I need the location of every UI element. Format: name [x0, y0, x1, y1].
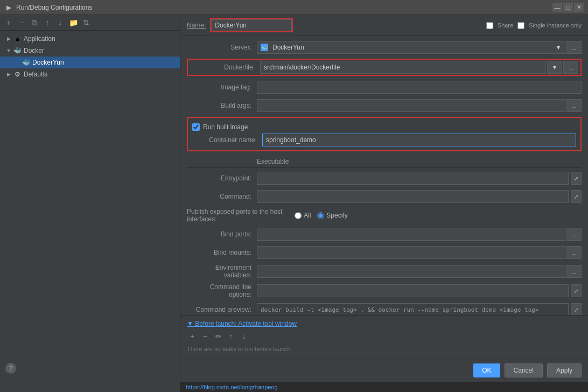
command-input[interactable]	[257, 190, 569, 203]
cmd-options-label: Command line options:	[187, 283, 257, 298]
remove-config-button[interactable]: −	[16, 17, 27, 28]
radio-all-label: All	[304, 212, 311, 219]
maximize-button[interactable]: □	[563, 3, 573, 12]
share-checkbox[interactable]	[486, 22, 493, 29]
before-launch-up-button[interactable]: ↑	[226, 331, 236, 341]
server-dropdown[interactable]: 🐳 DockerYun ▼	[257, 41, 565, 54]
url-bar: https://blog.csdn.net/longzhanpeng	[180, 382, 588, 392]
scrollable-form: Server: 🐳 DockerYun ▼ … Dockerfile:	[180, 36, 588, 315]
tree-item-label: Application	[24, 35, 55, 43]
server-value: DockerYun	[272, 44, 304, 51]
entrypoint-input[interactable]	[257, 172, 569, 185]
radio-specify[interactable]: Specify	[317, 212, 347, 219]
command-input-group: ⤢	[257, 190, 582, 203]
before-launch-title[interactable]: ▼ Before launch: Activate tool window	[187, 320, 297, 327]
cmd-preview-input-group: ⤢	[257, 303, 582, 315]
radio-specify-label: Specify	[326, 212, 347, 219]
before-launch-edit-button[interactable]: ✏	[213, 331, 223, 341]
cmd-options-row: Command line options: ⤢	[187, 283, 582, 298]
env-vars-input[interactable]	[257, 265, 565, 278]
sort-button[interactable]: ⇅	[81, 17, 92, 28]
title-bar: ▶ Run/Debug Configurations — □ ✕	[0, 0, 588, 15]
env-vars-input-group: …	[257, 265, 582, 278]
dockerfile-input-group: ▼ …	[260, 61, 578, 74]
window-controls[interactable]: — □ ✕	[552, 3, 584, 12]
cancel-button[interactable]: Cancel	[505, 363, 543, 377]
server-more-button[interactable]: …	[566, 41, 582, 54]
radio-specify-input[interactable]	[317, 212, 324, 219]
name-input-highlighted	[210, 18, 293, 32]
tree-item-application[interactable]: ▶ 📱 Application	[0, 33, 180, 45]
window-title: Run/Debug Configurations	[16, 4, 552, 11]
bind-ports-row: Bind ports: …	[187, 227, 582, 241]
move-up-button[interactable]: ↑	[42, 17, 53, 28]
entrypoint-row: Entrypoint: ⤢	[187, 171, 582, 185]
cmd-preview-input	[257, 303, 569, 315]
name-input[interactable]	[211, 19, 292, 31]
bind-mounts-row: Bind mounts: …	[187, 246, 582, 260]
cmd-options-expand-button[interactable]: ⤢	[571, 284, 582, 297]
bind-mounts-input[interactable]	[257, 246, 565, 259]
image-tag-label: Image tag:	[187, 83, 257, 91]
tree-item-docker[interactable]: ▼ 🐳 Docker	[0, 45, 180, 57]
build-args-more-button[interactable]: …	[566, 99, 582, 112]
sidebar-toolbar: + − ⧉ ↑ ↓ 📁 ⇅	[0, 15, 180, 31]
tree-item-label: Docker	[24, 47, 44, 54]
defaults-icon: ⚙	[13, 70, 22, 79]
dockerfile-input[interactable]	[260, 61, 546, 74]
build-args-label: Build args:	[187, 102, 257, 109]
app-icon: ▶	[4, 3, 13, 12]
before-launch-down-button[interactable]: ↓	[239, 331, 249, 341]
cmd-preview-expand-button[interactable]: ⤢	[571, 303, 582, 315]
bind-ports-more-button[interactable]: …	[566, 228, 582, 241]
bind-mounts-label: Bind mounts:	[187, 249, 257, 256]
publish-ports-label: Publish exposed ports to the host interf…	[187, 208, 295, 223]
cmd-options-input[interactable]	[257, 284, 569, 297]
dockerfile-dropdown-button[interactable]: ▼	[547, 61, 562, 74]
build-args-input[interactable]	[257, 99, 565, 112]
run-built-image-label: Run built image	[203, 123, 248, 131]
image-tag-row: Image tag:	[187, 80, 582, 94]
cmd-preview-row: Command preview: ⤢	[187, 303, 582, 315]
build-args-input-group: …	[257, 99, 582, 112]
dockerfile-highlighted-section: Dockerfile: ▼ …	[187, 59, 582, 76]
bind-mounts-more-button[interactable]: …	[566, 246, 582, 259]
image-tag-input[interactable]	[257, 81, 582, 94]
application-icon: 📱	[13, 34, 22, 43]
tree-item-dockeryun[interactable]: 🐳 DockerYun	[0, 57, 180, 68]
bind-ports-input[interactable]	[257, 228, 565, 241]
build-args-row: Build args: …	[187, 99, 582, 113]
copy-config-button[interactable]: ⧉	[29, 17, 40, 28]
run-built-image-checkbox[interactable]	[192, 123, 200, 131]
env-vars-row: Environment variables: …	[187, 264, 582, 279]
radio-group: All Specify	[295, 212, 348, 219]
docker-icon: 🐳	[13, 46, 22, 55]
server-label: Server:	[187, 44, 257, 51]
move-down-button[interactable]: ↓	[55, 17, 66, 28]
dockerfile-more-button[interactable]: …	[563, 61, 578, 74]
radio-all-input[interactable]	[295, 212, 302, 219]
entrypoint-expand-button[interactable]: ⤢	[571, 172, 582, 185]
env-vars-more-button[interactable]: …	[566, 265, 582, 278]
minimize-button[interactable]: —	[552, 3, 562, 12]
apply-button[interactable]: Apply	[547, 363, 582, 377]
server-input-group: 🐳 DockerYun ▼ …	[257, 41, 582, 54]
single-instance-checkbox[interactable]	[517, 22, 524, 29]
bind-ports-input-group: …	[257, 228, 582, 241]
cmd-options-input-group: ⤢	[257, 284, 582, 297]
before-launch-add-button[interactable]: +	[187, 331, 198, 341]
help-button[interactable]: ?	[5, 363, 16, 374]
folder-button[interactable]: 📁	[68, 17, 79, 28]
tree-item-defaults[interactable]: ▶ ⚙ Defaults	[0, 68, 180, 80]
command-row: Command: ⤢	[187, 190, 582, 204]
container-name-input[interactable]	[262, 134, 576, 146]
close-button[interactable]: ✕	[574, 3, 584, 12]
container-name-row: Container name:	[192, 133, 576, 147]
bind-ports-label: Bind ports:	[187, 230, 257, 238]
server-row: Server: 🐳 DockerYun ▼ …	[187, 40, 582, 54]
ok-button[interactable]: OK	[473, 363, 500, 377]
radio-all[interactable]: All	[295, 212, 311, 219]
before-launch-remove-button[interactable]: −	[200, 331, 211, 341]
command-expand-button[interactable]: ⤢	[571, 190, 582, 203]
add-config-button[interactable]: +	[3, 17, 14, 28]
